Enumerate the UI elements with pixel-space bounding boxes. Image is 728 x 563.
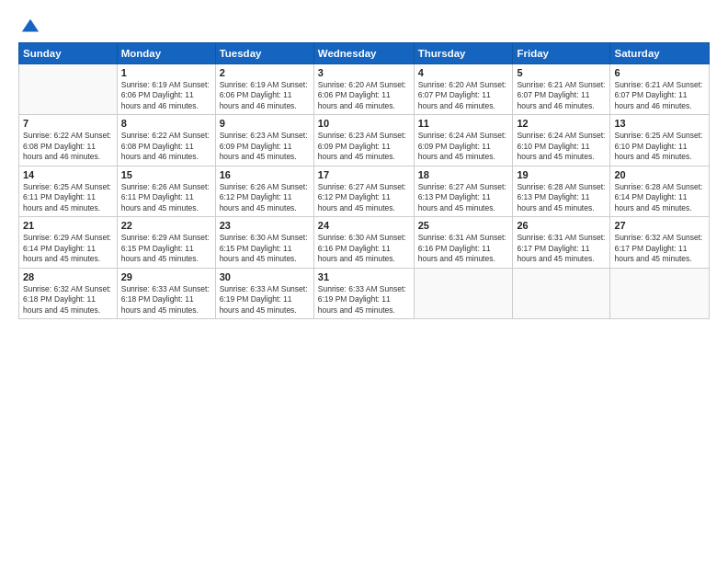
calendar-cell: 11Sunrise: 6:24 AM Sunset: 6:09 PM Dayli… xyxy=(414,115,513,166)
day-info: Sunrise: 6:30 AM Sunset: 6:15 PM Dayligh… xyxy=(220,233,310,264)
calendar-header-saturday: Saturday xyxy=(610,43,710,64)
calendar-cell: 10Sunrise: 6:23 AM Sunset: 6:09 PM Dayli… xyxy=(313,115,414,166)
day-number: 16 xyxy=(220,169,310,180)
day-info: Sunrise: 6:25 AM Sunset: 6:10 PM Dayligh… xyxy=(614,131,705,162)
logo-icon xyxy=(20,17,40,37)
day-number: 9 xyxy=(220,118,310,129)
calendar-header-friday: Friday xyxy=(513,43,610,64)
day-info: Sunrise: 6:26 AM Sunset: 6:12 PM Dayligh… xyxy=(220,182,310,213)
day-number: 10 xyxy=(318,118,410,129)
calendar-cell xyxy=(414,268,513,318)
calendar-cell: 19Sunrise: 6:28 AM Sunset: 6:13 PM Dayli… xyxy=(513,166,610,216)
day-info: Sunrise: 6:24 AM Sunset: 6:09 PM Dayligh… xyxy=(418,131,509,162)
calendar-cell: 9Sunrise: 6:23 AM Sunset: 6:09 PM Daylig… xyxy=(215,115,313,166)
day-info: Sunrise: 6:29 AM Sunset: 6:15 PM Dayligh… xyxy=(121,233,211,264)
day-number: 21 xyxy=(23,220,113,231)
calendar-header-wednesday: Wednesday xyxy=(313,43,414,64)
day-number: 5 xyxy=(517,67,606,78)
day-info: Sunrise: 6:19 AM Sunset: 6:06 PM Dayligh… xyxy=(220,80,310,111)
day-number: 30 xyxy=(220,271,310,282)
calendar-cell: 22Sunrise: 6:29 AM Sunset: 6:15 PM Dayli… xyxy=(117,217,215,268)
day-info: Sunrise: 6:26 AM Sunset: 6:11 PM Dayligh… xyxy=(121,182,211,213)
day-info: Sunrise: 6:21 AM Sunset: 6:07 PM Dayligh… xyxy=(517,80,606,111)
calendar-cell: 14Sunrise: 6:25 AM Sunset: 6:11 PM Dayli… xyxy=(19,166,118,216)
day-number: 7 xyxy=(23,118,113,129)
calendar-cell: 13Sunrise: 6:25 AM Sunset: 6:10 PM Dayli… xyxy=(610,115,710,166)
day-info: Sunrise: 6:23 AM Sunset: 6:09 PM Dayligh… xyxy=(220,131,310,162)
calendar-cell xyxy=(19,64,118,115)
day-number: 25 xyxy=(418,220,509,231)
day-number: 2 xyxy=(220,67,310,78)
day-number: 13 xyxy=(614,118,705,129)
day-number: 11 xyxy=(418,118,509,129)
day-info: Sunrise: 6:24 AM Sunset: 6:10 PM Dayligh… xyxy=(517,131,606,162)
day-info: Sunrise: 6:21 AM Sunset: 6:07 PM Dayligh… xyxy=(614,80,705,111)
calendar-cell: 15Sunrise: 6:26 AM Sunset: 6:11 PM Dayli… xyxy=(117,166,215,216)
calendar-header-sunday: Sunday xyxy=(19,43,118,64)
day-number: 12 xyxy=(517,118,606,129)
calendar-cell xyxy=(610,268,710,318)
calendar-week-row: 7Sunrise: 6:22 AM Sunset: 6:08 PM Daylig… xyxy=(19,115,710,166)
day-number: 26 xyxy=(517,220,606,231)
day-info: Sunrise: 6:29 AM Sunset: 6:14 PM Dayligh… xyxy=(23,233,113,264)
calendar-week-row: 21Sunrise: 6:29 AM Sunset: 6:14 PM Dayli… xyxy=(19,217,710,268)
day-number: 17 xyxy=(318,169,410,180)
day-info: Sunrise: 6:27 AM Sunset: 6:13 PM Dayligh… xyxy=(418,182,509,213)
day-info: Sunrise: 6:32 AM Sunset: 6:18 PM Dayligh… xyxy=(23,284,113,316)
day-info: Sunrise: 6:32 AM Sunset: 6:17 PM Dayligh… xyxy=(614,233,705,264)
calendar-cell: 6Sunrise: 6:21 AM Sunset: 6:07 PM Daylig… xyxy=(610,64,710,115)
day-info: Sunrise: 6:20 AM Sunset: 6:07 PM Dayligh… xyxy=(418,80,509,111)
calendar-week-row: 1Sunrise: 6:19 AM Sunset: 6:06 PM Daylig… xyxy=(19,64,710,115)
day-info: Sunrise: 6:30 AM Sunset: 6:16 PM Dayligh… xyxy=(318,233,410,264)
day-info: Sunrise: 6:31 AM Sunset: 6:17 PM Dayligh… xyxy=(517,233,606,264)
calendar-week-row: 28Sunrise: 6:32 AM Sunset: 6:18 PM Dayli… xyxy=(19,268,710,318)
calendar-cell: 17Sunrise: 6:27 AM Sunset: 6:12 PM Dayli… xyxy=(313,166,414,216)
day-info: Sunrise: 6:28 AM Sunset: 6:14 PM Dayligh… xyxy=(614,182,705,213)
calendar-cell: 25Sunrise: 6:31 AM Sunset: 6:16 PM Dayli… xyxy=(414,217,513,268)
calendar-cell: 24Sunrise: 6:30 AM Sunset: 6:16 PM Dayli… xyxy=(313,217,414,268)
day-info: Sunrise: 6:25 AM Sunset: 6:11 PM Dayligh… xyxy=(23,182,113,213)
day-number: 20 xyxy=(614,169,705,180)
calendar-header-thursday: Thursday xyxy=(414,43,513,64)
day-info: Sunrise: 6:31 AM Sunset: 6:16 PM Dayligh… xyxy=(418,233,509,264)
calendar-cell: 2Sunrise: 6:19 AM Sunset: 6:06 PM Daylig… xyxy=(215,64,313,115)
day-number: 19 xyxy=(517,169,606,180)
day-number: 18 xyxy=(418,169,509,180)
calendar-cell: 8Sunrise: 6:22 AM Sunset: 6:08 PM Daylig… xyxy=(117,115,215,166)
calendar-header-monday: Monday xyxy=(117,43,215,64)
calendar-cell xyxy=(513,268,610,318)
calendar-cell: 18Sunrise: 6:27 AM Sunset: 6:13 PM Dayli… xyxy=(414,166,513,216)
calendar-cell: 3Sunrise: 6:20 AM Sunset: 6:06 PM Daylig… xyxy=(313,64,414,115)
day-info: Sunrise: 6:33 AM Sunset: 6:18 PM Dayligh… xyxy=(121,284,211,316)
calendar-cell: 30Sunrise: 6:33 AM Sunset: 6:19 PM Dayli… xyxy=(215,268,313,318)
day-number: 14 xyxy=(23,169,113,180)
calendar-cell: 28Sunrise: 6:32 AM Sunset: 6:18 PM Dayli… xyxy=(19,268,118,318)
day-number: 31 xyxy=(318,271,410,282)
calendar-cell: 26Sunrise: 6:31 AM Sunset: 6:17 PM Dayli… xyxy=(513,217,610,268)
svg-marker-0 xyxy=(22,19,39,32)
calendar-cell: 12Sunrise: 6:24 AM Sunset: 6:10 PM Dayli… xyxy=(513,115,610,166)
calendar-cell: 16Sunrise: 6:26 AM Sunset: 6:12 PM Dayli… xyxy=(215,166,313,216)
day-info: Sunrise: 6:28 AM Sunset: 6:13 PM Dayligh… xyxy=(517,182,606,213)
day-number: 22 xyxy=(121,220,211,231)
day-info: Sunrise: 6:22 AM Sunset: 6:08 PM Dayligh… xyxy=(121,131,211,162)
day-info: Sunrise: 6:33 AM Sunset: 6:19 PM Dayligh… xyxy=(318,284,410,316)
calendar-cell: 7Sunrise: 6:22 AM Sunset: 6:08 PM Daylig… xyxy=(19,115,118,166)
day-number: 1 xyxy=(121,67,211,78)
header xyxy=(18,17,710,33)
calendar-cell: 31Sunrise: 6:33 AM Sunset: 6:19 PM Dayli… xyxy=(313,268,414,318)
day-info: Sunrise: 6:19 AM Sunset: 6:06 PM Dayligh… xyxy=(121,80,211,111)
calendar-cell: 27Sunrise: 6:32 AM Sunset: 6:17 PM Dayli… xyxy=(610,217,710,268)
day-info: Sunrise: 6:20 AM Sunset: 6:06 PM Dayligh… xyxy=(318,80,410,111)
calendar-header-row: SundayMondayTuesdayWednesdayThursdayFrid… xyxy=(19,43,710,64)
calendar-cell: 21Sunrise: 6:29 AM Sunset: 6:14 PM Dayli… xyxy=(19,217,118,268)
calendar-cell: 23Sunrise: 6:30 AM Sunset: 6:15 PM Dayli… xyxy=(215,217,313,268)
calendar-week-row: 14Sunrise: 6:25 AM Sunset: 6:11 PM Dayli… xyxy=(19,166,710,216)
logo xyxy=(18,17,40,33)
calendar-header-tuesday: Tuesday xyxy=(215,43,313,64)
calendar-cell: 1Sunrise: 6:19 AM Sunset: 6:06 PM Daylig… xyxy=(117,64,215,115)
day-number: 29 xyxy=(121,271,211,282)
day-number: 4 xyxy=(418,67,509,78)
calendar-cell: 29Sunrise: 6:33 AM Sunset: 6:18 PM Dayli… xyxy=(117,268,215,318)
day-number: 15 xyxy=(121,169,211,180)
